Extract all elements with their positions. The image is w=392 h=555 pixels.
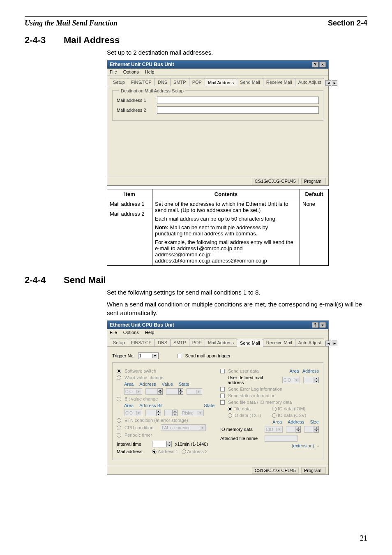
tab-scroll-left-icon[interactable]: ◄ bbox=[325, 341, 331, 346]
spin-address-bit: ▴▾ bbox=[145, 410, 161, 416]
tab-smtp-2[interactable]: SMTP bbox=[170, 339, 189, 346]
area-value-r2: CIO bbox=[266, 427, 273, 432]
menu-bar: File Options Help bbox=[107, 69, 328, 76]
help-icon[interactable]: ? bbox=[312, 62, 318, 67]
checkbox-send-on-trigger[interactable] bbox=[178, 354, 182, 358]
tab-scroll-right-icon[interactable]: ► bbox=[332, 80, 337, 86]
select-state-bit: Rising▼ bbox=[181, 410, 204, 416]
radio-cpu[interactable] bbox=[117, 426, 121, 430]
tab-receive-mail-2[interactable]: Receive Mail bbox=[263, 339, 295, 346]
select-trigger-no[interactable]: 1▼ bbox=[138, 352, 159, 359]
select-area-iomem: CIO▼ bbox=[265, 426, 283, 433]
spin-interval[interactable]: ▴▾ bbox=[152, 441, 172, 447]
menu-options[interactable]: Options bbox=[123, 69, 139, 74]
radio-iodata-txt[interactable] bbox=[228, 413, 232, 418]
label-mail-address-2: Mail address 2 bbox=[117, 108, 154, 113]
tab-dns[interactable]: DNS bbox=[154, 78, 171, 86]
row-mail-address-2: Mail address 2 bbox=[117, 106, 319, 114]
label-attached-file: Attached file name bbox=[220, 436, 261, 441]
th-item: Item bbox=[107, 189, 152, 199]
tab-finstcp-2[interactable]: FINS/TCP bbox=[128, 339, 155, 346]
tab-receive-mail[interactable]: Receive Mail bbox=[263, 78, 295, 86]
input-mail-address-2[interactable] bbox=[157, 106, 319, 114]
hdr-state: State bbox=[179, 382, 189, 387]
tab-scroll-right-icon[interactable]: ► bbox=[332, 341, 337, 346]
tab-pop[interactable]: POP bbox=[189, 78, 205, 86]
td-contents: Set one of the addresses to which the Et… bbox=[152, 199, 300, 266]
tab-dns-2[interactable]: DNS bbox=[154, 339, 171, 346]
radio-periodic[interactable] bbox=[117, 433, 121, 438]
help-icon[interactable]: ? bbox=[312, 322, 318, 328]
radio-software-switch[interactable] bbox=[117, 369, 121, 373]
tab-setup[interactable]: Setup bbox=[110, 78, 128, 86]
tab-scroll-left-icon[interactable]: ◄ bbox=[325, 80, 331, 86]
menu-help-2[interactable]: Help bbox=[145, 330, 154, 335]
radio-bit-value[interactable] bbox=[117, 397, 121, 401]
chevron-down-icon: ▼ bbox=[294, 378, 299, 382]
radio-etn[interactable] bbox=[117, 418, 121, 423]
tab-smtp[interactable]: SMTP bbox=[170, 78, 189, 86]
tab-pop-2[interactable]: POP bbox=[189, 339, 205, 346]
checkbox-filedata[interactable] bbox=[220, 400, 225, 405]
tab-send-mail[interactable]: Send Mail bbox=[237, 78, 263, 86]
tab-auto-adjust-2[interactable]: Auto Adjust bbox=[295, 339, 325, 346]
tab-auto-adjust[interactable]: Auto Adjust bbox=[295, 78, 325, 86]
hdr-addr-r: Address bbox=[302, 368, 319, 373]
label-mail-addr2: Address 2 bbox=[187, 449, 208, 454]
input-attached-file bbox=[265, 435, 297, 442]
td-default: None bbox=[300, 199, 329, 266]
close-icon[interactable]: × bbox=[319, 322, 326, 328]
tab-scroll: ◄ ► bbox=[325, 80, 337, 86]
label-iodata-txt: IO data (TXT) bbox=[233, 413, 261, 418]
area-value: CIO bbox=[125, 389, 133, 394]
radio-word-value[interactable] bbox=[117, 375, 121, 380]
radio-mail-addr2[interactable] bbox=[182, 449, 186, 454]
window-mail-address: Ethernet Unit CPU Bus Unit ? × File Opti… bbox=[107, 60, 329, 186]
checkbox-errlog[interactable] bbox=[220, 387, 225, 391]
radio-iodata-csv[interactable] bbox=[272, 413, 277, 418]
fieldset-destination: Destination Mail Address Setup Mail addr… bbox=[112, 90, 323, 121]
tab-send-mail-2[interactable]: Send Mail bbox=[237, 339, 263, 347]
note-label: Note: bbox=[155, 224, 168, 230]
tabs-row: Setup FINS/TCP DNS SMTP POP Mail Address… bbox=[107, 76, 328, 86]
tab-body-2: Trigger No. 1▼ Send mail upon trigger So… bbox=[107, 347, 328, 466]
radio-filedata[interactable] bbox=[228, 407, 232, 411]
checkbox-send-user-data[interactable] bbox=[220, 369, 225, 373]
hdr-address-bit: Address Bit bbox=[139, 403, 162, 408]
section-number-2: 2-4-4 bbox=[25, 275, 64, 286]
checkbox-status[interactable] bbox=[220, 394, 225, 398]
section2-p2: When a send mail condition or multiple c… bbox=[107, 300, 367, 317]
extension-value: - bbox=[317, 443, 319, 448]
spin-value-word: ▴▾ bbox=[166, 388, 183, 395]
tabs-row-2: Setup FINS/TCP DNS SMTP POP Mail Address… bbox=[107, 336, 328, 347]
left-column: Software switch Word value change Area A… bbox=[117, 367, 214, 456]
tab-mail-address-2[interactable]: Mail Address bbox=[205, 339, 237, 346]
hdr-area-r: Area bbox=[289, 368, 299, 373]
window2-title-bar: Ethernet Unit CPU Bus Unit ? × bbox=[107, 321, 328, 329]
hdr-addr-r2: Address bbox=[288, 419, 304, 424]
label-errlog: Send Error Log information bbox=[228, 387, 282, 391]
fal-value: FAL occurrence bbox=[162, 426, 191, 430]
menu-file-2[interactable]: File bbox=[110, 330, 117, 335]
menu-file[interactable]: File bbox=[110, 69, 117, 74]
radio-iodata-iom[interactable] bbox=[272, 407, 277, 411]
spin-bit: ▴▾ bbox=[164, 410, 178, 416]
tab-setup-2[interactable]: Setup bbox=[110, 339, 128, 346]
menu-bar-2: File Options Help bbox=[107, 329, 328, 336]
tab-body: Destination Mail Address Setup Mail addr… bbox=[107, 86, 328, 177]
section-number: 2-4-3 bbox=[25, 35, 64, 46]
menu-help[interactable]: Help bbox=[145, 69, 154, 74]
select-area-word: CIO▼ bbox=[124, 388, 142, 395]
hdr-area-2: Area bbox=[124, 403, 134, 408]
close-icon[interactable]: × bbox=[319, 62, 326, 67]
input-mail-address-1[interactable] bbox=[157, 97, 319, 104]
window2-title: Ethernet Unit CPU Bus Unit bbox=[110, 322, 174, 328]
tab-finstcp[interactable]: FINS/TCP bbox=[128, 78, 155, 86]
menu-options-2[interactable]: Options bbox=[123, 330, 139, 335]
radio-mail-addr1[interactable] bbox=[152, 449, 157, 454]
spin-address-word: ▴▾ bbox=[145, 388, 163, 395]
chevron-down-icon: ▼ bbox=[196, 390, 201, 394]
tab-mail-address[interactable]: Mail Address bbox=[205, 78, 237, 86]
chevron-down-icon: ▼ bbox=[136, 390, 141, 394]
chevron-down-icon: ▼ bbox=[198, 411, 203, 415]
